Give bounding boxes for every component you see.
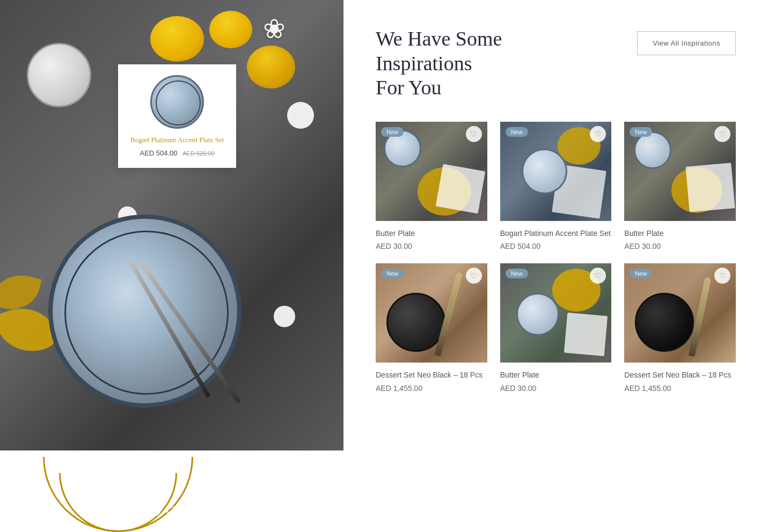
grid-item-2-name: Bogart Platinum Accent Plate Set	[500, 228, 612, 239]
product-card-overlay[interactable]: Bogart Platinum Accent Plate Set AED 504…	[118, 64, 236, 168]
product-grid: New ♡ Butter Plate AED 30.00 New	[376, 122, 736, 393]
grid-item-4-price: AED 1,455.00	[376, 384, 487, 393]
main-plate	[48, 215, 242, 408]
grid-item-6[interactable]: New ♡ Dessert Set Neo Black – 18 Pcs AED…	[624, 263, 736, 393]
section-title: We Have Some Inspirations For You	[376, 27, 502, 100]
grid-item-4-heart-icon: ♡	[470, 272, 477, 279]
grid-item-5-heart-icon: ♡	[595, 272, 602, 279]
grid-item-5[interactable]: New ♡ Butter Plate AED 30.00	[500, 263, 612, 393]
grid-item-2-price: AED 504.00	[500, 242, 612, 250]
fruit-decor-1	[150, 16, 204, 62]
grid-item-5-badge: New	[506, 269, 528, 278]
gold-arc-inner	[59, 473, 177, 532]
grid-item-2-heart-icon: ♡	[595, 130, 602, 138]
grid-item-4-name: Dessert Set Neo Black – 18 Pcs	[376, 370, 487, 381]
grid-item-2-image-wrapper: New ♡	[500, 122, 612, 221]
small-plate-tl	[27, 43, 91, 107]
grid-item-2-wishlist[interactable]: ♡	[590, 126, 606, 142]
section-title-line2: Inspirations	[376, 51, 502, 76]
slider-dot-2[interactable]	[151, 506, 160, 516]
grid-item-2[interactable]: New ♡ Bogart Platinum Accent Plate Set A…	[500, 122, 612, 251]
grid-item-6-name: Dessert Set Neo Black – 18 Pcs	[624, 370, 736, 381]
product-card-current-price: AED 504.00	[140, 149, 177, 157]
grid-item-1[interactable]: New ♡ Butter Plate AED 30.00	[376, 122, 487, 251]
grid-item-6-heart-icon: ♡	[719, 272, 726, 279]
grid-item-3-image-wrapper: New ♡	[624, 122, 736, 221]
product-card-original-price: AED 620.00	[182, 150, 214, 157]
section-title-line1: We Have Some	[376, 27, 502, 51]
grid-item-4-image-wrapper: New ♡	[376, 263, 487, 363]
grid5-plate	[516, 293, 559, 336]
grid-item-3-badge: New	[630, 127, 652, 137]
grid-item-3-wishlist[interactable]: ♡	[714, 126, 730, 142]
grid3-plate	[634, 131, 671, 169]
product-card-image	[150, 75, 204, 129]
float-circle-3	[274, 306, 295, 327]
grid-item-5-name: Butter Plate	[500, 370, 612, 381]
slider-dot-1[interactable]	[135, 506, 144, 516]
grid-item-4[interactable]: New ♡ Dessert Set Neo Black – 18 Pcs AED…	[376, 263, 487, 393]
grid-item-3-price: AED 30.00	[624, 242, 736, 250]
grid-item-1-heart-icon: ♡	[470, 130, 477, 138]
grid-item-1-name: Butter Plate	[376, 228, 487, 239]
flower-decor: ❀	[263, 13, 306, 56]
grid-item-1-wishlist[interactable]: ♡	[466, 126, 482, 142]
grid-item-5-image-wrapper: New ♡	[500, 263, 612, 363]
product-card-price: AED 504.00 AED 620.00	[129, 149, 225, 157]
grid-item-6-price: AED 1,455.00	[624, 384, 736, 393]
grid-item-3[interactable]: New ♡ Butter Plate AED 30.00	[624, 122, 736, 251]
main-container: ❀ Bogart Platinum Accent Plate Set AED 5…	[0, 0, 768, 532]
left-hero-panel: ❀ Bogart Platinum Accent Plate Set AED 5…	[0, 0, 343, 532]
grid-item-1-image-wrapper: New ♡	[376, 122, 487, 221]
fruit-decor-2	[209, 11, 252, 48]
float-circle-1	[287, 102, 314, 129]
grid2-plate	[522, 149, 567, 194]
grid-item-5-price: AED 30.00	[500, 384, 612, 393]
grid-item-3-heart-icon: ♡	[719, 130, 726, 138]
grid-item-1-price: AED 30.00	[376, 242, 487, 250]
grid-item-6-image-wrapper: New ♡	[624, 263, 736, 363]
slider-dot-3[interactable]	[167, 506, 177, 516]
grid-item-1-badge: New	[381, 127, 404, 137]
grid-item-2-badge: New	[506, 127, 528, 137]
product-card-title: Bogart Platinum Accent Plate Set	[129, 135, 225, 145]
right-panel: We Have Some Inspirations For You View A…	[343, 0, 768, 532]
grid-item-4-badge: New	[381, 269, 404, 278]
view-all-button[interactable]: View All Inspirations	[637, 31, 736, 55]
slider-dots	[135, 506, 209, 516]
grid-item-4-wishlist[interactable]: ♡	[466, 268, 482, 284]
section-header: We Have Some Inspirations For You View A…	[376, 27, 736, 100]
grid-item-3-name: Butter Plate	[624, 228, 736, 239]
grid-item-6-badge: New	[630, 269, 652, 278]
section-title-line3: For You	[376, 76, 502, 100]
slider-dot-4[interactable]	[183, 506, 193, 516]
slider-dot-5[interactable]	[199, 506, 209, 516]
